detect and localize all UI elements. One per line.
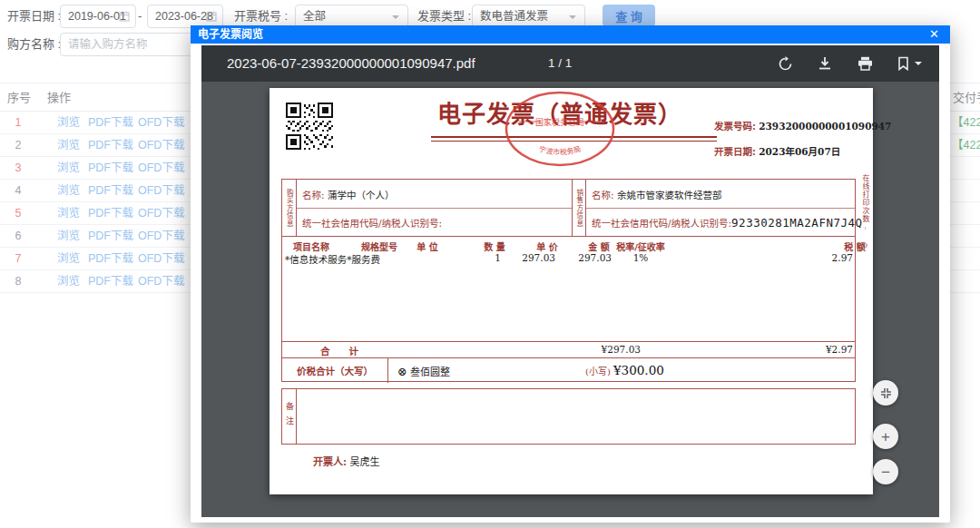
modal-header: 电子发票阅览 ✕: [191, 25, 950, 44]
pdf-download-link[interactable]: PDF下载: [88, 157, 133, 180]
amount-words-value: 叁佰圆整: [410, 367, 450, 378]
remark-label: 备注: [285, 402, 293, 431]
total-tax: ¥2.97: [826, 344, 853, 355]
remark-panel: 备注: [282, 389, 297, 444]
zoom-out-button[interactable]: −: [873, 459, 898, 484]
issuer-label: 开票人:: [313, 456, 347, 468]
close-icon[interactable]: ✕: [929, 25, 939, 44]
amount-in-words: ⊗叁佰圆整: [397, 364, 450, 378]
ofd-download-link[interactable]: OFD下载: [138, 270, 184, 293]
view-link[interactable]: 浏览: [57, 270, 80, 293]
fit-to-page-button[interactable]: [873, 380, 898, 406]
items-header-spec: 规格型号: [361, 240, 397, 253]
stamp-center-text: 国家税务总局: [535, 117, 584, 127]
items-section: 项目名称 规格型号 单 位 数 量 单 价 金 额 税率/征收率 税 额 *信息…: [282, 237, 855, 341]
row-index: 5: [5, 202, 32, 225]
ofd-download-link[interactable]: OFD下载: [138, 134, 184, 157]
query-button[interactable]: 查 询: [603, 5, 655, 26]
view-link[interactable]: 浏览: [57, 157, 80, 180]
buyer-panel: 购买方信息: [282, 180, 297, 236]
fit-icon: [880, 387, 892, 399]
date-end-value: 2023-06-28: [155, 10, 213, 23]
item-taxrate: 1%: [633, 252, 649, 263]
item-price: 297.03: [522, 252, 555, 263]
seller-info: 名称: 余姚市管家婆软件经营部 统一社会信用代码/纳税人识别号:92330281…: [586, 180, 855, 236]
invoice-page: 电子发票（普通发票） 国家税务总局 宁波市税务局 发票号码: 239320000…: [270, 88, 873, 494]
chevron-down-icon: [915, 62, 922, 69]
bookmark-menu-icon[interactable]: [897, 55, 925, 72]
seller-panel-label: 销售方信息: [575, 189, 583, 228]
item-tax: 2.97: [832, 252, 853, 263]
pdf-page-indicator: 1 / 1: [548, 45, 572, 82]
buyer-name-label: 名称:: [302, 190, 325, 200]
items-header-unit: 单 位: [416, 240, 437, 253]
pdf-download-link[interactable]: PDF下载: [88, 270, 133, 293]
pdf-download-link[interactable]: PDF下载: [88, 134, 133, 157]
row-index: 6: [5, 225, 32, 248]
calendar-icon: [206, 11, 217, 22]
item-name: *信息技术服务*服务费: [285, 252, 380, 266]
pdf-download-link[interactable]: PDF下载: [88, 225, 133, 248]
ofd-download-link[interactable]: OFD下载: [138, 202, 184, 225]
invoice-type-value: 数电普通发票: [480, 10, 548, 23]
invoice-date-value: 2023年06月07日: [759, 146, 840, 157]
items-header-price: 单 价: [536, 240, 557, 253]
invoice-number-value: 23932000000001090947: [759, 121, 891, 132]
col-actions-header: 操作: [47, 83, 71, 112]
item-amount: 297.03: [578, 252, 612, 263]
delivery-value: 【4228: [952, 134, 980, 157]
view-link[interactable]: 浏览: [57, 202, 80, 225]
chevron-down-icon: [392, 15, 399, 23]
pdf-filename: 2023-06-07-23932000000001090947.pdf: [227, 45, 475, 82]
pdf-download-link[interactable]: PDF下载: [88, 180, 133, 202]
ofd-download-link[interactable]: OFD下载: [138, 112, 184, 134]
pdf-download-link[interactable]: PDF下载: [88, 248, 133, 270]
ofd-download-link[interactable]: OFD下载: [138, 225, 184, 248]
svg-text:宁波市税务局: 宁波市税务局: [538, 144, 582, 157]
view-link[interactable]: 浏览: [57, 225, 80, 248]
view-link[interactable]: 浏览: [57, 134, 80, 157]
chevron-down-icon: [569, 15, 576, 23]
total-label: 合 计: [320, 344, 358, 357]
view-link[interactable]: 浏览: [57, 112, 80, 134]
invoice-number-label: 发票号码:: [714, 121, 756, 132]
view-link[interactable]: 浏览: [57, 248, 80, 270]
date-range-separator: -: [138, 5, 142, 28]
grand-total-label: 价税合计（大写）: [282, 358, 388, 383]
qr-code: [286, 103, 333, 150]
issuer-value: 吴虎生: [350, 456, 380, 468]
buyer-panel-label: 购买方信息: [286, 189, 293, 228]
divider: [586, 208, 855, 209]
buyer-name-input[interactable]: [60, 33, 203, 56]
print-icon[interactable]: [858, 55, 874, 72]
col-index-header: 序号: [7, 83, 31, 112]
grand-total-row: 价税合计（大写） ⊗叁佰圆整 (小写) ¥300.00: [282, 357, 855, 383]
stamp-bottom-text: 宁波市税务局: [538, 144, 582, 157]
circle-x-icon: ⊗: [397, 365, 407, 378]
pdf-download-link[interactable]: PDF下载: [88, 202, 133, 225]
row-index: 1: [5, 112, 32, 134]
seller-name-value: 余姚市管家婆软件经营部: [617, 190, 722, 200]
ofd-download-link[interactable]: OFD下载: [138, 248, 184, 270]
download-icon[interactable]: [818, 55, 834, 72]
print-count-note: 在线打印次数: 0: [860, 174, 870, 301]
pdf-download-link[interactable]: PDF下载: [88, 112, 133, 134]
delivery-value: 【4228: [952, 112, 980, 134]
row-index: 4: [5, 180, 32, 202]
invoice-preview-modal: 电子发票阅览 ✕ 2023-06-07-23932000000001090947…: [191, 25, 950, 523]
totals-row: 合 计 ¥297.03 ¥2.97: [282, 341, 855, 357]
total-amount: ¥297.03: [602, 344, 641, 355]
col-delivery-header: 交付手: [953, 83, 980, 112]
rotate-icon[interactable]: [778, 55, 794, 72]
small-amount-label: (小写): [585, 367, 611, 376]
modal-title: 电子发票阅览: [198, 25, 263, 44]
view-link[interactable]: 浏览: [57, 180, 80, 202]
ofd-download-link[interactable]: OFD下载: [138, 180, 184, 202]
buyer-info: 名称: 蒲学中（个人） 统一社会信用代码/纳税人识别号:: [297, 180, 572, 236]
tax-bureau-stamp: 国家税务总局 宁波市税务局: [501, 89, 619, 169]
zoom-in-button[interactable]: +: [873, 424, 898, 449]
ofd-download-link[interactable]: OFD下载: [138, 157, 184, 180]
row-index: 2: [5, 134, 32, 157]
date-start-input[interactable]: 2019-06-01: [60, 5, 136, 28]
screen: { "filters": { "date_label": "开票日期 :", "…: [0, 0, 980, 528]
